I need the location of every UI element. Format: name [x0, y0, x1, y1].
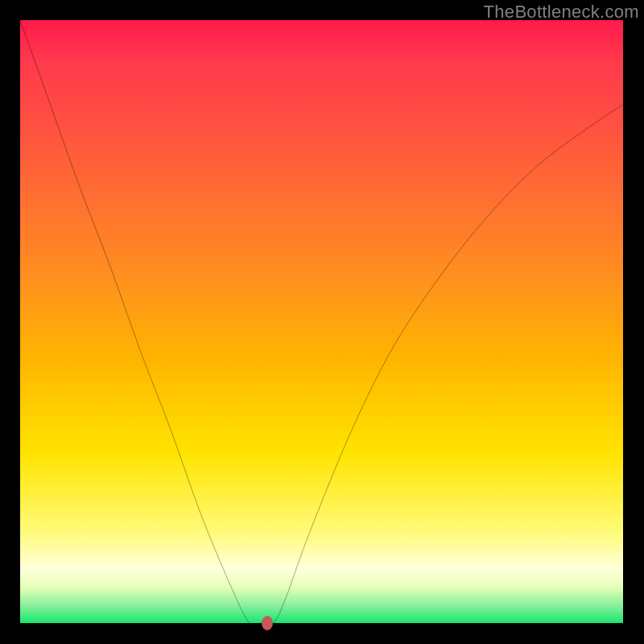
curve-path: [20, 20, 623, 623]
bottleneck-line: [20, 20, 623, 623]
optimum-marker: [262, 616, 273, 630]
watermark-text: TheBottleneck.com: [484, 2, 639, 23]
plot-area: [20, 20, 623, 623]
chart-frame: TheBottleneck.com: [0, 0, 644, 644]
